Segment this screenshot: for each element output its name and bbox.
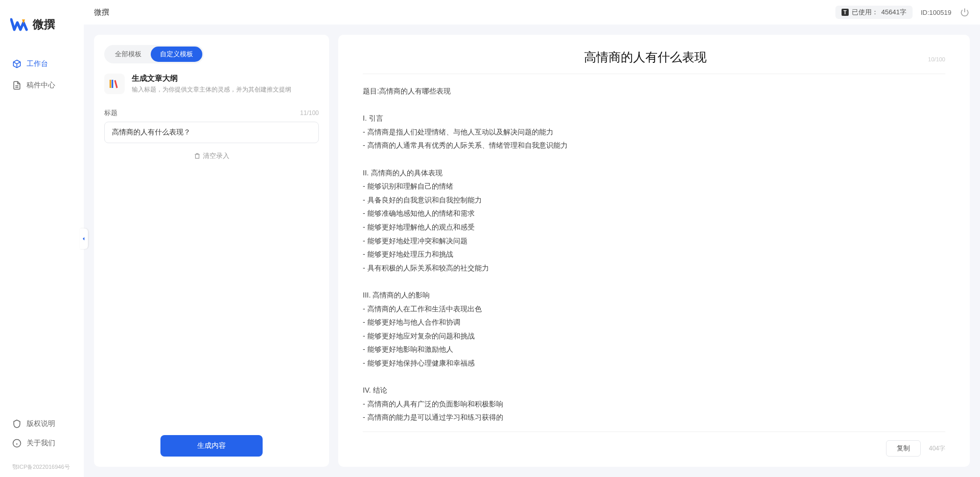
template-card: 生成文章大纲 输入标题，为你提供文章主体的灵感，并为其创建推文提纲 — [104, 74, 319, 94]
footer-link-copyright[interactable]: 版权说明 — [8, 414, 76, 434]
input-panel: 全部模板 自定义模板 生成文章大纲 输入标题，为你提供文章主体的灵感，并为其创建… — [94, 35, 329, 467]
file-icon — [12, 81, 21, 90]
main-area: 微撰 T 已使用： 45641字 ID:100519 全部模板 自定义模板 — [84, 0, 980, 477]
usage-badge[interactable]: T 已使用： 45641字 — [835, 6, 913, 19]
content-area: 全部模板 自定义模板 生成文章大纲 输入标题，为你提供文章主体的灵感，并为其创建… — [84, 25, 980, 477]
nav-label: 工作台 — [27, 59, 48, 69]
template-icon — [104, 74, 125, 94]
title-input[interactable] — [104, 122, 319, 143]
usage-value: 45641字 — [881, 8, 906, 17]
topbar: 微撰 T 已使用： 45641字 ID:100519 — [84, 0, 980, 25]
sidebar-collapse-button[interactable] — [80, 229, 88, 249]
template-desc: 输入标题，为你提供文章主体的灵感，并为其创建推文提纲 — [132, 85, 291, 94]
cube-icon — [12, 59, 21, 69]
info-icon — [12, 439, 21, 448]
logo-text: 微撰 — [33, 17, 55, 32]
word-count: 404字 — [929, 444, 945, 453]
sidebar-footer: 版权说明 关于我们 — [0, 414, 84, 463]
copy-button[interactable]: 复制 — [886, 440, 921, 457]
output-body[interactable]: 题目:高情商的人有哪些表现 I. 引言 - 高情商是指人们处理情绪、与他人互动以… — [363, 84, 945, 425]
generate-button[interactable]: 生成内容 — [160, 435, 263, 457]
trash-icon — [194, 152, 201, 160]
output-panel: 高情商的人有什么表现 10/100 题目:高情商的人有哪些表现 I. 引言 - … — [338, 35, 970, 467]
sidebar: 微撰 工作台 稿件中心 版权说明 — [0, 0, 84, 477]
user-id: ID:100519 — [921, 9, 951, 16]
nav-item-drafts[interactable]: 稿件中心 — [8, 76, 76, 95]
tab-custom-templates[interactable]: 自定义模板 — [151, 47, 202, 62]
chevron-left-icon — [81, 236, 86, 241]
power-button[interactable] — [960, 7, 970, 17]
footer-link-about[interactable]: 关于我们 — [8, 434, 76, 453]
clear-button[interactable]: 清空录入 — [104, 151, 319, 161]
page-title: 微撰 — [94, 8, 109, 17]
shield-icon — [12, 419, 21, 428]
clear-label: 清空录入 — [203, 151, 229, 161]
power-icon — [960, 8, 969, 17]
output-title-counter: 10/100 — [928, 56, 945, 62]
icp-text: 鄂ICP备2022016946号 — [0, 463, 84, 477]
title-counter: 11/100 — [300, 109, 319, 117]
footer-label: 关于我们 — [27, 439, 55, 448]
logo-icon — [10, 15, 29, 34]
nav-label: 稿件中心 — [27, 81, 55, 90]
footer-label: 版权说明 — [27, 419, 55, 428]
nav-item-workspace[interactable]: 工作台 — [8, 54, 76, 74]
usage-label: 已使用： — [852, 8, 878, 17]
tab-all-templates[interactable]: 全部模板 — [106, 47, 151, 62]
output-title[interactable]: 高情商的人有什么表现 — [363, 49, 928, 65]
template-title: 生成文章大纲 — [132, 74, 291, 83]
main-nav: 工作台 稿件中心 — [0, 54, 84, 414]
text-icon: T — [842, 9, 849, 16]
logo[interactable]: 微撰 — [0, 0, 84, 54]
title-label: 标题 — [104, 108, 118, 118]
template-tabs: 全部模板 自定义模板 — [104, 45, 204, 63]
